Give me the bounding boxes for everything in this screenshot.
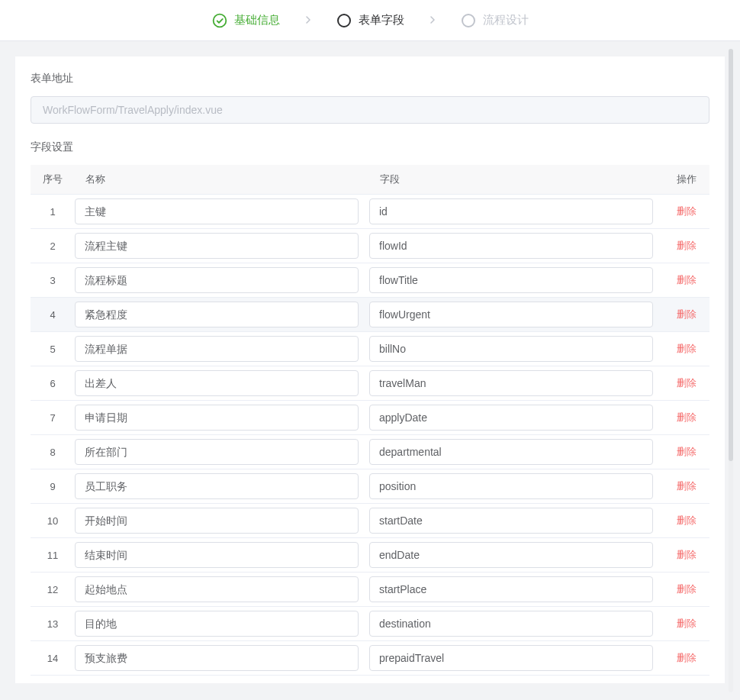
delete-button[interactable]: 删除 [677, 274, 697, 285]
row-index: 6 [31, 366, 75, 401]
delete-button[interactable]: 删除 [677, 515, 697, 526]
field-input[interactable] [369, 370, 653, 396]
table-row: 10删除 [31, 504, 709, 538]
step-label: 流程设计 [483, 13, 529, 27]
name-input[interactable] [75, 508, 359, 534]
table-row: 2删除 [31, 229, 709, 263]
row-index: 11 [31, 538, 75, 573]
row-index: 9 [31, 469, 75, 504]
row-index: 3 [31, 263, 75, 298]
field-input[interactable] [369, 508, 653, 534]
row-index: 13 [31, 607, 75, 641]
col-header-index: 序号 [31, 165, 75, 195]
field-input[interactable] [369, 645, 653, 671]
name-input[interactable] [75, 473, 359, 499]
delete-button[interactable]: 删除 [677, 205, 697, 217]
delete-button[interactable]: 删除 [677, 480, 697, 492]
name-input[interactable] [75, 370, 359, 396]
delete-button[interactable]: 删除 [677, 343, 697, 354]
step-flow-design[interactable]: 流程设计 [461, 12, 529, 28]
field-input[interactable] [369, 611, 653, 637]
check-circle-icon [212, 12, 228, 28]
svg-point-0 [214, 14, 227, 27]
row-index: 14 [31, 641, 75, 676]
field-input[interactable] [369, 302, 653, 327]
table-row: 9删除 [31, 469, 709, 504]
step-basic-info[interactable]: 基础信息 [212, 12, 280, 28]
step-label: 表单字段 [359, 13, 404, 27]
name-input[interactable] [75, 198, 359, 224]
form-address-label: 表单地址 [31, 72, 709, 85]
name-input[interactable] [75, 267, 359, 293]
card: 表单地址 字段设置 序号 名称 字段 操作 1删除2删除3删除4删除5删除6删除… [15, 56, 725, 683]
col-header-name: 名称 [75, 165, 369, 195]
table-row: 3删除 [31, 263, 709, 298]
form-address-input [31, 96, 709, 124]
field-setting-label: 字段设置 [31, 140, 709, 154]
field-table: 序号 名称 字段 操作 1删除2删除3删除4删除5删除6删除7删除8删除9删除1… [31, 165, 709, 676]
row-index: 7 [31, 401, 75, 435]
page-body: 表单地址 字段设置 序号 名称 字段 操作 1删除2删除3删除4删除5删除6删除… [0, 41, 740, 700]
row-index: 4 [31, 298, 75, 332]
step-form-fields[interactable]: 表单字段 [336, 12, 404, 28]
name-input[interactable] [75, 576, 359, 602]
table-row: 12删除 [31, 573, 709, 607]
field-input[interactable] [369, 233, 653, 259]
scrollbar-thumb[interactable] [729, 49, 733, 461]
name-input[interactable] [75, 542, 359, 568]
field-input[interactable] [369, 198, 653, 224]
table-row: 11删除 [31, 538, 709, 573]
delete-button[interactable]: 删除 [677, 308, 697, 320]
delete-button[interactable]: 删除 [677, 377, 697, 389]
delete-button[interactable]: 删除 [677, 583, 697, 595]
delete-button[interactable]: 删除 [677, 240, 697, 251]
field-input[interactable] [369, 439, 653, 465]
name-input[interactable] [75, 439, 359, 465]
table-row: 6删除 [31, 366, 709, 401]
row-index: 5 [31, 332, 75, 366]
table-row: 13删除 [31, 607, 709, 641]
delete-button[interactable]: 删除 [677, 652, 697, 663]
circle-icon [336, 12, 352, 28]
field-input[interactable] [369, 267, 653, 293]
chevron-right-icon [426, 15, 439, 26]
step-header: 基础信息 表单字段 流程设计 [0, 0, 740, 41]
name-input[interactable] [75, 336, 359, 362]
table-row: 8删除 [31, 435, 709, 469]
field-input[interactable] [369, 542, 653, 568]
name-input[interactable] [75, 611, 359, 637]
table-row: 5删除 [31, 332, 709, 366]
circle-icon [461, 12, 477, 28]
chevron-right-icon [301, 15, 315, 26]
field-input[interactable] [369, 473, 653, 499]
col-header-field: 字段 [369, 165, 664, 195]
scrollbar[interactable] [729, 49, 733, 692]
delete-button[interactable]: 删除 [677, 411, 697, 423]
name-input[interactable] [75, 233, 359, 259]
step-label: 基础信息 [234, 13, 280, 27]
row-index: 1 [31, 195, 75, 229]
field-input[interactable] [369, 405, 653, 431]
delete-button[interactable]: 删除 [677, 549, 697, 560]
row-index: 10 [31, 504, 75, 538]
field-input[interactable] [369, 576, 653, 602]
name-input[interactable] [75, 302, 359, 327]
row-index: 8 [31, 435, 75, 469]
table-row: 1删除 [31, 195, 709, 229]
delete-button[interactable]: 删除 [677, 446, 697, 457]
table-row: 14删除 [31, 641, 709, 676]
delete-button[interactable]: 删除 [677, 618, 697, 629]
table-row: 7删除 [31, 401, 709, 435]
table-row: 4删除 [31, 298, 709, 332]
name-input[interactable] [75, 405, 359, 431]
field-input[interactable] [369, 336, 653, 362]
name-input[interactable] [75, 645, 359, 671]
row-index: 2 [31, 229, 75, 263]
col-header-action: 操作 [664, 165, 709, 195]
row-index: 12 [31, 573, 75, 607]
